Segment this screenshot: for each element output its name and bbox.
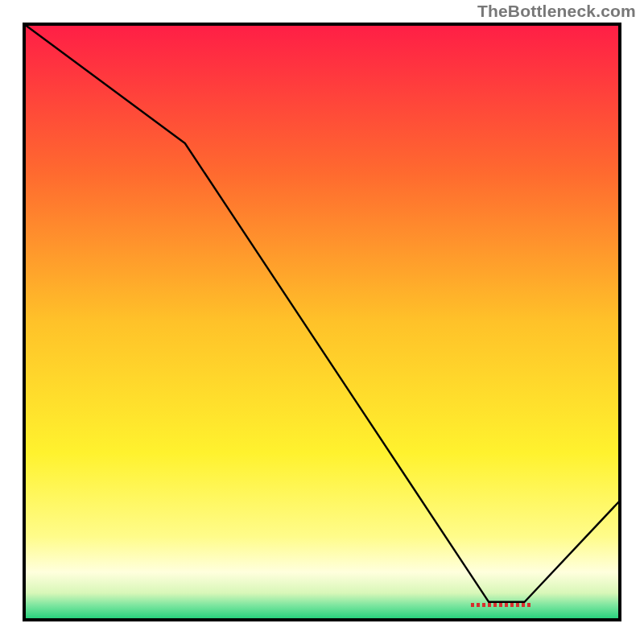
bottleneck-chart	[0, 0, 644, 644]
watermark-text: TheBottleneck.com	[477, 2, 636, 21]
plot-background	[24, 24, 620, 620]
